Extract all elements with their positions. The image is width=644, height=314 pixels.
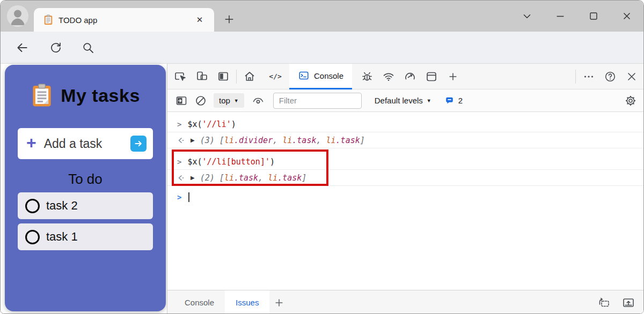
add-task-submit-button[interactable] xyxy=(130,136,147,152)
search-icon xyxy=(82,41,94,54)
toolbar-divider xyxy=(236,70,237,84)
devtools-toolbar: </> Console xyxy=(167,64,644,89)
profile-avatar[interactable] xyxy=(7,5,28,27)
tab-application[interactable] xyxy=(421,66,442,87)
console-tab-label: Console xyxy=(314,71,343,80)
drawer-tab-issues[interactable]: Issues xyxy=(225,290,269,314)
panel-up-icon xyxy=(621,296,635,309)
dock-side-button[interactable] xyxy=(213,66,234,87)
task-complete-circle[interactable] xyxy=(25,230,40,244)
expand-triangle-icon[interactable]: ▶ xyxy=(191,175,195,181)
log-levels-dropdown[interactable]: Default levels ▼ xyxy=(369,93,437,108)
console-toolbar: top ▼ Default levels ▼ xyxy=(167,89,644,112)
back-button[interactable] xyxy=(13,39,31,56)
todo-app-title: My tasks xyxy=(61,85,140,106)
minimize-button[interactable] xyxy=(544,1,577,32)
tab-network[interactable] xyxy=(378,66,399,87)
move-drawer-button[interactable] xyxy=(594,294,613,311)
caret-down-icon: ▼ xyxy=(427,98,431,103)
sidebar-toggle-icon xyxy=(175,94,188,107)
more-tools-button[interactable] xyxy=(442,66,464,87)
chevron-down-icon xyxy=(521,10,533,22)
task-complete-circle[interactable] xyxy=(25,199,40,213)
wifi-icon xyxy=(382,70,395,83)
add-task-label: Add a task xyxy=(44,137,130,151)
message-bubble-icon xyxy=(444,96,455,106)
devtools-help-button[interactable] xyxy=(599,66,621,87)
eye-icon xyxy=(252,94,265,107)
console-message-count[interactable]: 2 xyxy=(444,96,463,106)
bug-icon xyxy=(361,70,374,83)
refresh-button[interactable] xyxy=(47,39,64,56)
close-window-button[interactable] xyxy=(610,1,643,32)
result-text: (3) [li.divider, li.task, li.task] xyxy=(200,136,365,145)
console-input-row[interactable]: > xyxy=(167,189,644,205)
drawer-issues-label: Issues xyxy=(236,298,259,307)
expand-drawer-button[interactable] xyxy=(619,294,638,311)
context-selector-dropdown[interactable]: top ▼ xyxy=(214,93,244,108)
drawer-right-actions xyxy=(594,294,638,311)
drawer-console-label: Console xyxy=(185,298,214,307)
inspect-element-button[interactable] xyxy=(170,66,191,87)
performance-gauge-icon xyxy=(404,70,416,83)
result-text: (2) [li.task, li.task] xyxy=(200,173,307,183)
todo-header: My tasks xyxy=(5,83,166,108)
search-button[interactable] xyxy=(79,39,97,56)
plus-icon xyxy=(273,297,285,309)
maximize-button[interactable] xyxy=(577,1,610,32)
devtools-panel: </> Console xyxy=(167,64,644,314)
tab-close-icon[interactable]: ✕ xyxy=(193,13,207,27)
task-label: task 1 xyxy=(46,230,78,244)
console-command-row[interactable]: > $x('//li[button]') xyxy=(167,154,644,170)
command-text: $x('//li[button]') xyxy=(187,157,275,167)
toolbar-divider xyxy=(575,70,576,84)
close-devtools-button[interactable] xyxy=(621,66,642,87)
console-settings-button[interactable] xyxy=(621,92,640,109)
tab-issues[interactable] xyxy=(356,66,378,87)
tab-elements[interactable]: </> xyxy=(265,66,286,87)
back-arrow-icon xyxy=(15,41,29,55)
tab-welcome[interactable] xyxy=(239,66,260,87)
rotate-panel-icon xyxy=(597,296,611,309)
console-command-row[interactable]: > $x('//li') xyxy=(167,116,644,132)
browser-tab[interactable]: TODO app ✕ xyxy=(34,8,214,32)
expand-triangle-icon[interactable]: ▶ xyxy=(191,137,195,143)
dock-left-icon xyxy=(217,70,230,83)
more-horizontal-icon xyxy=(582,70,595,83)
console-filter-input[interactable] xyxy=(273,93,362,109)
arrow-right-icon xyxy=(134,139,143,148)
task-label: task 2 xyxy=(46,199,78,213)
tab-performance[interactable] xyxy=(399,66,421,87)
tab-console[interactable]: Console xyxy=(289,64,352,89)
tab-actions-menu-button[interactable] xyxy=(510,1,544,32)
todo-app-panel: My tasks + Add a task To do task 2 task … xyxy=(5,65,166,311)
clear-console-button[interactable] xyxy=(191,92,210,109)
message-count-value: 2 xyxy=(458,96,463,105)
browser-window: TODO app ✕ xyxy=(0,0,644,314)
new-tab-button[interactable] xyxy=(219,10,239,29)
drawer-more-tabs-button[interactable] xyxy=(269,293,289,312)
page-content: My tasks + Add a task To do task 2 task … xyxy=(1,64,643,314)
console-log[interactable]: > $x('//li') ▶ (3) [li.divider, li.task,… xyxy=(167,112,644,290)
task-item[interactable]: task 2 xyxy=(18,192,153,219)
text-cursor xyxy=(188,192,189,202)
devtools-options-button[interactable] xyxy=(578,66,599,87)
result-arrow-icon xyxy=(177,174,186,182)
tab-title: TODO app xyxy=(58,16,193,25)
clipboard-icon xyxy=(31,83,53,108)
drawer-tab-console[interactable]: Console xyxy=(174,290,225,314)
home-icon xyxy=(243,70,256,83)
console-result-row[interactable]: ▶ (2) [li.task, li.task] xyxy=(167,170,644,186)
task-item[interactable]: task 1 xyxy=(18,223,153,250)
application-window-icon xyxy=(425,70,438,83)
code-brackets-icon: </> xyxy=(269,72,281,80)
console-result-row[interactable]: ▶ (3) [li.divider, li.task, li.task] xyxy=(167,132,644,148)
gear-icon xyxy=(624,94,637,107)
plus-icon xyxy=(223,13,235,25)
context-selector-value: top xyxy=(219,96,230,105)
live-expression-button[interactable] xyxy=(248,92,268,109)
console-sidebar-button[interactable] xyxy=(172,92,191,109)
device-emulation-button[interactable] xyxy=(191,66,213,87)
plus-icon: + xyxy=(26,134,36,151)
add-task-input[interactable]: + Add a task xyxy=(18,128,153,159)
